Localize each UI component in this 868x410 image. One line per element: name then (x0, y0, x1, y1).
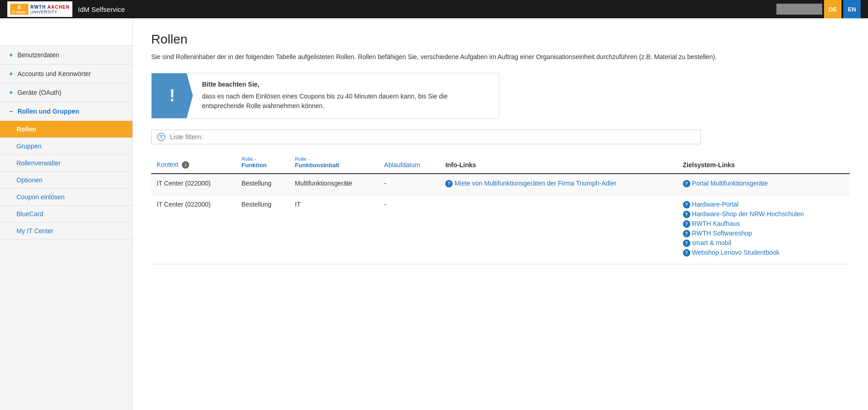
cell-info-links: ?Miete von Multifunktionsgeräten der Fir… (440, 174, 677, 195)
cell-zielsystem-links: ?Portal Multifunktionsgeräte (677, 174, 850, 195)
table-row: IT Center (022000)BestellungMultifunktio… (151, 174, 850, 195)
sidebar-item-label: Rollen und Gruppen (17, 108, 79, 115)
th-info-links-label: Info-Links (445, 161, 476, 169)
sidebar-item-label: Geräte (OAuth) (17, 89, 61, 96)
lang-en-button[interactable]: EN (843, 0, 861, 18)
th-rolle-funktion[interactable]: Rolle - Funktion (236, 152, 289, 174)
sidebar-item-label: Benutzerdaten (17, 51, 59, 59)
sidebar-sub-label: My IT Center (16, 227, 54, 235)
table-row: IT Center (022000)BestellungIT-?Hardware… (151, 195, 850, 264)
exclamation-icon: ! (169, 86, 175, 105)
plus-icon: + (9, 51, 13, 59)
sidebar-logo (0, 18, 132, 46)
rwth-text: RWTH AACHEN (30, 5, 70, 10)
university-text: UNIVERSITY (30, 10, 57, 14)
th-zielsystem-links: Zielsystem-Links (677, 152, 850, 174)
th-kontext-label: Kontext (157, 161, 178, 168)
info-box-text: dass es nach dem Einlösen eines Coupons … (202, 92, 490, 111)
search-input[interactable] (776, 4, 822, 15)
link-icon: ? (683, 230, 690, 237)
logo-area: it IT Center RWTH AACHEN UNIVERSITY (7, 1, 72, 17)
app-title: IdM Selfservice (78, 5, 125, 13)
filter-row (151, 130, 701, 144)
zielsystem-link-item: ?Webshop Lenovo Studentbook (683, 249, 844, 257)
sidebar-sub-rollen[interactable]: Rollen (0, 121, 132, 138)
sidebar-sub-optionen[interactable]: Optionen (0, 172, 132, 189)
th-kontext[interactable]: Kontext i (151, 152, 236, 174)
th-ablaufdatum-label: Ablaufdatum (384, 161, 420, 169)
link-icon: ? (683, 220, 690, 228)
sidebar-sub-label: Optionen (16, 176, 43, 184)
zielsystem-link-item: ?Hardware-Portal (683, 201, 844, 208)
cell-ablaufdatum: - (379, 195, 440, 264)
sidebar-sub-label: BlueCard (16, 210, 43, 218)
sidebar-sub-gruppen[interactable]: Gruppen (0, 138, 132, 155)
minus-icon: − (9, 108, 13, 115)
cell-rolle-funktionsinhalt: IT (289, 195, 379, 264)
zielsystem-link-item: ?RWTH Kaufhaus (683, 220, 844, 228)
link-icon: ? (683, 180, 690, 187)
link-icon: ? (683, 201, 690, 208)
zielsystem-link[interactable]: smart & mobil (692, 239, 732, 246)
cell-ablaufdatum: - (379, 174, 440, 195)
zielsystem-link[interactable]: RWTH Kaufhaus (692, 220, 740, 227)
table-header-row: Kontext i Rolle - Funktion Rolle - Funkt… (151, 152, 850, 174)
info-box-title: Bitte beachten Sie, (202, 81, 490, 88)
sidebar: + Benutzerdaten + Accounts und Kennwörte… (0, 18, 133, 410)
info-box: ! Bitte beachten Sie, dass es nach dem E… (151, 73, 499, 119)
table-body: IT Center (022000)BestellungMultifunktio… (151, 174, 850, 264)
sidebar-item-accounts[interactable]: + Accounts und Kennwörter (0, 65, 132, 83)
filter-icon (157, 133, 165, 141)
sidebar-item-benutzerdaten[interactable]: + Benutzerdaten (0, 46, 132, 65)
zielsystem-link[interactable]: Hardware-Portal (692, 201, 739, 208)
sidebar-sub-label: Rollen (16, 126, 36, 133)
zielsystem-link-item: ?smart & mobil (683, 239, 844, 247)
zielsystem-link[interactable]: RWTH Softwareshop (692, 230, 752, 237)
plus-icon: + (9, 70, 13, 77)
link-icon: ? (683, 249, 690, 257)
cell-rolle-funktion: Bestellung (236, 174, 289, 195)
sidebar-sub-label: Rollenverwalter (16, 159, 60, 167)
cell-zielsystem-links: ?Hardware-Portal?Hardware-Shop der NRW-H… (677, 195, 850, 264)
zielsystem-link[interactable]: Hardware-Shop der NRW-Hochschulen (692, 210, 804, 218)
sidebar-item-label: Accounts und Kennwörter (17, 70, 91, 77)
th-ablaufdatum[interactable]: Ablaufdatum (379, 152, 440, 174)
sidebar-item-rollen-gruppen[interactable]: − Rollen und Gruppen (0, 102, 132, 121)
page-description: Sie sind Rolleninhaber der in der folgen… (151, 52, 850, 62)
lang-de-button[interactable]: DE (824, 0, 841, 18)
zielsystem-link-item: ?RWTH Softwareshop (683, 230, 844, 237)
filter-input[interactable] (170, 133, 695, 141)
info-icon: i (182, 161, 189, 169)
roles-table: Kontext i Rolle - Funktion Rolle - Funkt… (151, 152, 850, 264)
cell-kontext: IT Center (022000) (151, 174, 236, 195)
it-center-logo: it IT Center (10, 4, 28, 15)
th-rolle-funktion-bottom: Funktion (241, 162, 284, 169)
cell-rolle-funktionsinhalt: Multifunktionsgeräte (289, 174, 379, 195)
zielsystem-link[interactable]: Portal Multifunktionsgeräte (692, 180, 768, 187)
zielsystem-link-item: ?Portal Multifunktionsgeräte (683, 180, 844, 187)
topbar: it IT Center RWTH AACHEN UNIVERSITY IdM … (0, 0, 868, 18)
th-info-links: Info-Links (440, 152, 677, 174)
info-link[interactable]: Miete von Multifunktionsgeräten der Firm… (454, 180, 616, 187)
sidebar-sub-rollenverwalter[interactable]: Rollenverwalter (0, 155, 132, 172)
cell-kontext: IT Center (022000) (151, 195, 236, 264)
sidebar-sub-label: Gruppen (16, 142, 41, 150)
zielsystem-link[interactable]: Webshop Lenovo Studentbook (692, 249, 780, 256)
sidebar-sub-label: Coupon einlösen (16, 193, 65, 201)
link-icon: ? (445, 180, 453, 187)
th-rolle-funktion-top: Rolle - (241, 156, 284, 162)
cell-rolle-funktion: Bestellung (236, 195, 289, 264)
main-content: Rollen Sie sind Rolleninhaber der in der… (133, 18, 868, 410)
th-rolle-funktionsinhalt[interactable]: Rolle - Funktionsinhalt (289, 152, 379, 174)
th-rolle-funktionsinhalt-top: Rolle - (295, 156, 373, 162)
sidebar-sub-myitcenter[interactable]: My IT Center (0, 223, 132, 240)
info-link-item: ?Miete von Multifunktionsgeräten der Fir… (445, 180, 671, 187)
sidebar-sub-coupon[interactable]: Coupon einlösen (0, 189, 132, 206)
topbar-right: DE EN (776, 0, 861, 18)
info-box-icon-area: ! (152, 73, 193, 118)
sidebar-item-geraete[interactable]: + Geräte (OAuth) (0, 83, 132, 102)
sidebar-sub-bluecard[interactable]: BlueCard (0, 206, 132, 223)
zielsystem-link-item: ?Hardware-Shop der NRW-Hochschulen (683, 210, 844, 218)
th-rolle-funktionsinhalt-bottom: Funktionsinhalt (295, 162, 373, 169)
rwth-logo: RWTH AACHEN UNIVERSITY (30, 5, 70, 14)
